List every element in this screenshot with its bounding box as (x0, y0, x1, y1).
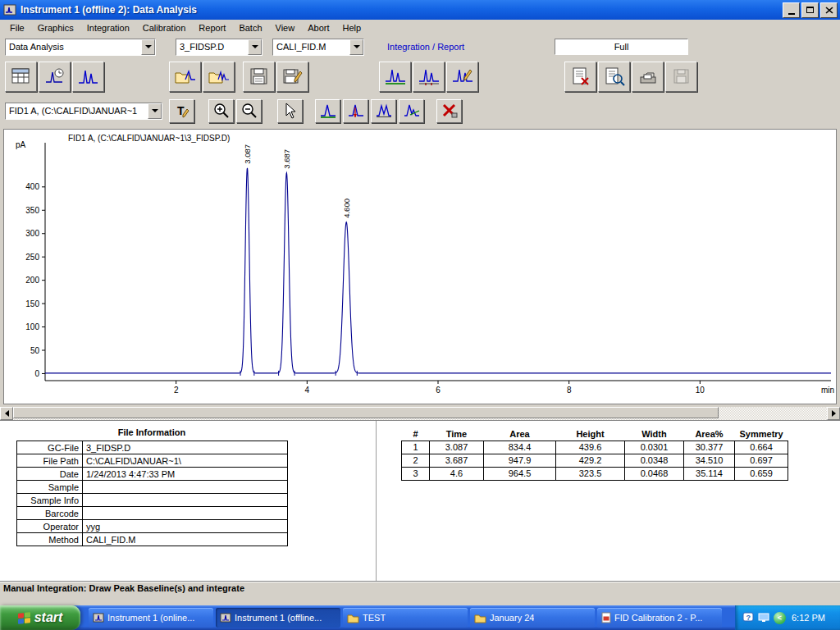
svg-text:?: ? (746, 614, 751, 622)
file-information-title: File Information (16, 427, 287, 441)
results-panel: File Information GC-File3_FIDSP.D File P… (0, 420, 840, 581)
drop-perpendicular-icon (347, 103, 365, 119)
report-preview-button[interactable] (598, 62, 630, 92)
method-combo[interactable]: CALI_FID.M (272, 39, 364, 56)
save-method-as-icon (282, 66, 304, 86)
cell: 1 (402, 441, 430, 454)
fi-value: 1/24/2013 4:47:33 PM (83, 468, 288, 481)
display-tray-icon[interactable] (758, 613, 769, 623)
mode-combo-value: Data Analysis (6, 39, 141, 55)
cell: 0.0468 (625, 467, 684, 480)
cell: 439.6 (556, 441, 625, 454)
save-method-as-button[interactable] (276, 62, 308, 92)
data-table-icon (11, 66, 32, 86)
table-row: Sample Info (17, 494, 288, 507)
cell: 0.0301 (625, 441, 684, 454)
menu-report[interactable]: Report (192, 21, 232, 35)
scroll-left-button[interactable] (0, 407, 13, 420)
integrate-icon (384, 66, 407, 86)
cell: 4.6 (430, 467, 484, 480)
cell: 429.2 (556, 454, 625, 467)
signal-combo-value: FID1 A, (C:\CALFID\JANUAR~1 (6, 103, 148, 119)
load-signal-button[interactable] (169, 62, 201, 92)
data-table-button[interactable] (5, 62, 37, 92)
view-combo[interactable]: Full (555, 39, 688, 55)
signal-options-icon (44, 66, 66, 86)
column-header: Area (484, 427, 556, 441)
start-button[interactable]: start (0, 605, 80, 630)
method-combo-value: CALI_FID.M (273, 39, 349, 55)
signal-combo-arrow[interactable] (148, 103, 162, 119)
print-report-icon (637, 66, 659, 86)
chromatogram-plot[interactable]: FID1 A, (C:\CALFID\JANUAR~1\3_FIDSP.D)pA… (4, 130, 836, 404)
mode-combo-arrow[interactable] (141, 39, 155, 55)
task-folder-test[interactable]: TEST (343, 608, 468, 628)
title-bar: Instrument 1 (offline 2): Data Analysis (0, 0, 840, 20)
tangent-skim-button[interactable] (399, 99, 424, 123)
annotate-text-button[interactable]: T (169, 99, 194, 123)
column-header: Time (430, 427, 484, 441)
menu-calibration[interactable]: Calibration (136, 21, 193, 35)
print-report-button[interactable] (632, 62, 664, 92)
svg-text:3.087: 3.087 (243, 144, 252, 164)
manual-integration-events-button[interactable] (446, 62, 478, 92)
table-row: Date1/24/2013 4:47:33 PM (17, 468, 288, 481)
table-row: GC-File3_FIDSP.D (17, 441, 288, 454)
menu-help[interactable]: Help (336, 21, 368, 35)
load-more-signals-icon (208, 66, 231, 86)
signal-options-button[interactable] (39, 62, 71, 92)
chromatogram-button[interactable] (72, 62, 104, 92)
zoom-out-button[interactable] (236, 99, 262, 123)
drop-perpendicular-button[interactable] (343, 99, 368, 123)
integrate-button[interactable] (379, 62, 411, 92)
menu-file[interactable]: File (3, 21, 31, 35)
report-disabled-icon (671, 66, 692, 86)
close-button[interactable] (820, 2, 838, 18)
valley-baseline-button[interactable] (371, 99, 396, 123)
menu-abort[interactable]: Abort (301, 21, 336, 35)
save-method-button[interactable] (243, 62, 275, 92)
draw-baseline-icon (319, 103, 337, 119)
delete-integration-button[interactable] (436, 99, 462, 123)
column-header: # (402, 427, 430, 441)
load-more-signals-button[interactable] (203, 62, 235, 92)
status-bar: Manual Integration: Draw Peak Baseline(s… (0, 581, 840, 596)
svg-text:2: 2 (174, 386, 179, 395)
task-instrument-offline[interactable]: Instrument 1 (offline... (216, 608, 340, 628)
method-combo-arrow[interactable] (349, 39, 363, 55)
minimize-button[interactable] (783, 2, 800, 18)
data-file-combo-arrow[interactable] (248, 39, 262, 55)
draw-baseline-button[interactable] (315, 99, 340, 123)
start-label: start (34, 610, 63, 625)
cell: 34.510 (684, 454, 735, 467)
hide-icons-chevron[interactable]: < (774, 612, 786, 624)
pointer-button[interactable] (277, 99, 303, 123)
task-instrument-online[interactable]: Instrument 1 (online... (89, 608, 213, 628)
task-label: Instrument 1 (online... (107, 613, 194, 623)
cell: 947.9 (484, 454, 556, 467)
file-information-panel: File Information GC-File3_FIDSP.D File P… (0, 421, 377, 581)
scrollbar-track[interactable] (13, 407, 827, 420)
data-file-combo[interactable]: 3_FIDSP.D (176, 39, 262, 56)
column-header: Symmetry (735, 427, 788, 441)
windows-flag-icon (18, 612, 30, 624)
scroll-right-button[interactable] (827, 407, 840, 420)
menu-integration[interactable]: Integration (80, 21, 136, 35)
help-tray-icon[interactable]: ? (742, 612, 754, 623)
task-fid-calibration-doc[interactable]: FID Calibration 2 - P... (597, 608, 722, 628)
toolbar-main (0, 57, 840, 95)
zoom-in-button[interactable] (208, 99, 234, 123)
menu-graphics[interactable]: Graphics (31, 21, 80, 35)
signal-combo[interactable]: FID1 A, (C:\CALFID\JANUAR~1 (5, 103, 162, 120)
valley-baseline-icon (375, 103, 393, 119)
auto-integrate-button[interactable] (413, 62, 445, 92)
restore-button[interactable] (801, 2, 819, 18)
report-export-button[interactable] (564, 62, 596, 92)
scrollbar-thumb[interactable] (13, 407, 719, 418)
mode-combo[interactable]: Data Analysis (5, 39, 156, 56)
fi-value (83, 494, 288, 507)
menu-view[interactable]: View (269, 21, 302, 35)
menu-batch[interactable]: Batch (232, 21, 268, 35)
task-folder-january24[interactable]: January 24 (470, 608, 595, 628)
table-row: Operatoryyg (17, 520, 288, 533)
